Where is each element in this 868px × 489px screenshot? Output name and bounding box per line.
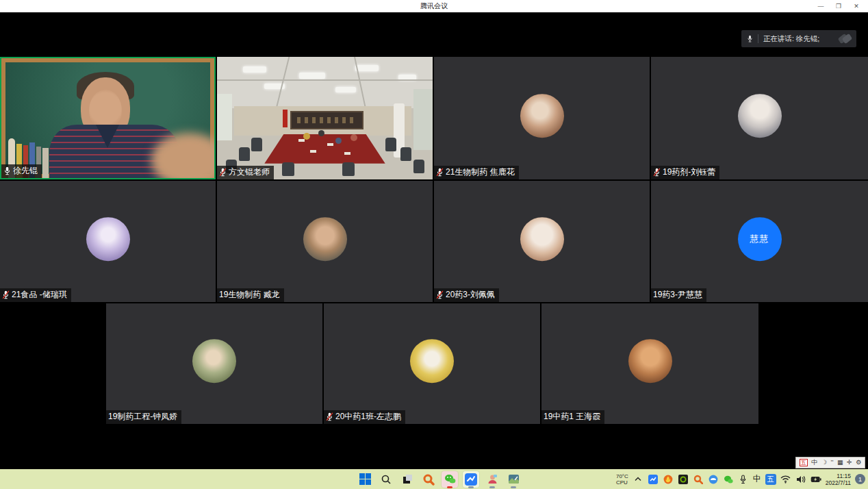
avatar: [628, 339, 672, 383]
participant-name: 20中药1班-左志鹏: [335, 411, 401, 423]
tray-qq-browser-icon[interactable]: [708, 474, 719, 485]
volume-icon[interactable]: [795, 474, 806, 485]
video-tile-zhongfengjiao[interactable]: 19制药工程-钟凤娇: [106, 303, 322, 424]
ime-punctuation-icon[interactable]: ’’: [831, 457, 834, 468]
video-tile-wanghaixia[interactable]: 19中药1 王海霞: [541, 303, 758, 424]
tencent-meeting-icon: [465, 473, 477, 486]
video-tile-jiaoluhua[interactable]: 21生物制药 焦鹿花: [434, 57, 650, 179]
video-tile-liuyulei[interactable]: 19药剂-刘钰蕾: [651, 57, 868, 179]
video-tile-yinhuihui[interactable]: 慧慧 19药3-尹慧慧: [651, 181, 868, 302]
tray-tencent-meeting-icon[interactable]: [648, 474, 659, 485]
tray-expand-chevron[interactable]: [633, 474, 643, 485]
tray-orange-search-icon[interactable]: [693, 474, 704, 485]
window-titlebar[interactable]: 腾讯会议 — ❐ ✕: [0, 0, 868, 12]
ime-settings-icon[interactable]: ⚙: [856, 457, 861, 468]
mic-muted-icon: [219, 168, 227, 177]
microphone-icon: [747, 34, 753, 43]
participant-name: 徐先锟: [13, 165, 38, 177]
participant-name: 19生物制药 臧龙: [219, 289, 280, 301]
cpu-temp-widget[interactable]: 70°CCPU: [616, 473, 628, 486]
mic-muted-icon: [436, 290, 444, 299]
speaking-indicator: 正在讲话: 徐先锟;: [741, 30, 856, 47]
participant-name: 19制药工程-钟凤娇: [108, 411, 177, 423]
minimize-button[interactable]: —: [812, 3, 830, 10]
ime-softkeyboard-icon[interactable]: ▦: [837, 457, 843, 468]
wifi-icon[interactable]: [780, 474, 791, 485]
tray-wechat-icon[interactable]: [723, 474, 734, 485]
avatar: [303, 217, 347, 261]
ime-plus-icon[interactable]: ✛: [847, 457, 852, 468]
tray-microphone-icon[interactable]: [738, 474, 749, 485]
participant-label: 19药剂-刘钰蕾: [651, 166, 719, 179]
participant-label: 徐先锟: [1, 164, 42, 178]
tray-nvidia-icon[interactable]: [678, 474, 689, 485]
contacts-app-button[interactable]: [484, 471, 500, 488]
meeting-room-video: [217, 57, 433, 179]
video-tile-fangwenkun[interactable]: 方文锟老师: [217, 57, 433, 179]
classroom-video: [1, 58, 214, 178]
screen: 腾讯会议 — ❐ ✕ 正在讲话: 徐先锟;: [0, 0, 868, 489]
taskbar-clock[interactable]: 11:15 2022/7/11: [826, 473, 851, 486]
search-button[interactable]: [378, 471, 394, 488]
participant-name: 19药3-尹慧慧: [653, 289, 702, 301]
battery-icon[interactable]: [810, 474, 821, 485]
notification-count-badge[interactable]: 1: [855, 474, 865, 484]
avatar: [410, 339, 454, 383]
taskbar: 70°CCPU: [0, 469, 868, 489]
participant-name: 21生物制药 焦鹿花: [446, 166, 515, 178]
ime-wubi-indicator[interactable]: 五: [765, 474, 776, 485]
participant-label: 19中药1 王海霞: [541, 410, 604, 424]
participant-label: 方文锟老师: [217, 166, 274, 179]
task-view-button[interactable]: [399, 471, 416, 488]
participant-name: 方文锟老师: [229, 166, 270, 178]
participant-name: 21食品 -储瑞琪: [12, 289, 67, 301]
window-title: 腾讯会议: [420, 1, 448, 11]
avatar: [520, 217, 564, 261]
participant-label: 19生物制药 臧龙: [217, 288, 284, 302]
avatar: [738, 94, 782, 138]
ime-wubi-icon[interactable]: 五: [800, 459, 808, 466]
tray-huorong-security-icon[interactable]: [663, 474, 674, 485]
mic-muted-icon: [326, 412, 333, 421]
video-tile-zanglong[interactable]: 19生物制药 臧龙: [217, 181, 433, 302]
orange-search-app-button[interactable]: [420, 471, 437, 488]
divider: [758, 34, 758, 43]
participant-name: 20药3-刘佩佩: [446, 289, 495, 301]
tencent-meeting-app-button[interactable]: [463, 471, 479, 488]
speaking-text: 正在讲话: 徐先锟;: [763, 34, 837, 44]
participant-label: 19制药工程-钟凤娇: [106, 410, 181, 424]
mic-muted-icon: [436, 168, 444, 177]
task-view-icon: [402, 474, 413, 485]
ime-chinese-mode[interactable]: 中: [811, 457, 817, 468]
video-tile-zuozhipeng[interactable]: 20中药1班-左志鹏: [324, 303, 540, 424]
ime-language-indicator[interactable]: 中: [753, 473, 761, 485]
photo-viewer-icon: [508, 473, 520, 485]
clock-date: 2022/7/11: [826, 479, 851, 486]
avatar: [86, 217, 130, 261]
ime-halfmoon-icon[interactable]: ☽: [821, 457, 827, 468]
search-icon: [381, 474, 392, 485]
wechat-app-button[interactable]: [442, 471, 458, 488]
participant-label: 20中药1班-左志鹏: [324, 410, 405, 424]
participant-name: 19中药1 王海霞: [544, 411, 600, 423]
mic-on-icon: [3, 166, 11, 175]
avatar: [520, 94, 564, 138]
mic-muted-icon: [2, 290, 10, 299]
person-app-icon: [487, 473, 498, 485]
participant-label: 19药3-尹慧慧: [651, 288, 706, 302]
running-indicator: [489, 486, 495, 488]
video-tile-xuxiankun[interactable]: 徐先锟: [0, 57, 216, 179]
close-button[interactable]: ✕: [847, 3, 865, 10]
video-tile-churuiqi[interactable]: 21食品 -储瑞琪: [0, 181, 216, 302]
ime-toolbar[interactable]: 五 中 ☽ ’’ ▦ ✛ ⚙: [795, 457, 865, 468]
avatar: [192, 339, 236, 383]
running-indicator: [511, 486, 516, 488]
avatar-initials: 慧慧: [738, 217, 782, 261]
participant-label: 21生物制药 焦鹿花: [434, 166, 519, 179]
video-tile-liupeipei[interactable]: 20药3-刘佩佩: [434, 181, 650, 302]
photo-viewer-app-button[interactable]: [505, 471, 522, 488]
wechat-icon: [444, 473, 456, 485]
clock-time: 11:15: [826, 473, 851, 479]
start-button[interactable]: [357, 471, 373, 488]
restore-button[interactable]: ❐: [830, 3, 847, 10]
